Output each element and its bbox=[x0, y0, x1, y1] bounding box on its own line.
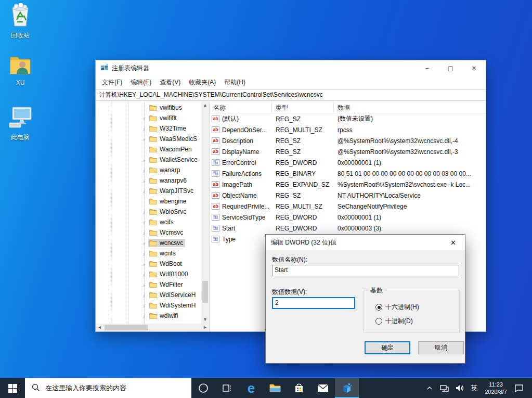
tree-vertical-scrollbar[interactable]: ▲ ▼ bbox=[201, 101, 209, 324]
regedit-titlebar[interactable]: 注册表编辑器 – ▢ ✕ bbox=[96, 60, 486, 76]
expand-chevron-icon[interactable]: › bbox=[140, 281, 148, 289]
maximize-button[interactable]: ▢ bbox=[439, 60, 462, 76]
tree-item-wcifs[interactable]: ›wcifs bbox=[96, 217, 201, 228]
tree-item-wcmsvc[interactable]: ›Wcmsvc bbox=[96, 228, 201, 238]
store-button[interactable] bbox=[287, 378, 311, 398]
close-button[interactable]: ✕ bbox=[462, 60, 486, 76]
scroll-right-arrow[interactable]: ► bbox=[201, 324, 209, 331]
tree-item-vwifibus[interactable]: vwifibus bbox=[96, 103, 201, 113]
expand-chevron-icon[interactable]: › bbox=[140, 114, 148, 123]
tree-item-wdiserviceh[interactable]: ›WdiServiceH bbox=[96, 290, 201, 301]
column-header-name[interactable]: 名称 bbox=[210, 101, 272, 113]
value-row-displayname[interactable]: abDisplayNameREG_SZ@%SystemRoot%\system3… bbox=[210, 146, 486, 157]
desktop-icon-this-pc[interactable]: 此电脑 bbox=[1, 104, 40, 142]
expand-chevron-icon[interactable]: › bbox=[140, 291, 148, 300]
expand-chevron-icon[interactable]: › bbox=[140, 208, 148, 216]
folder-icon bbox=[149, 167, 157, 173]
value-data-input[interactable]: 2 bbox=[272, 297, 355, 309]
expand-chevron-icon[interactable]: › bbox=[140, 177, 148, 185]
column-header-data[interactable]: 数据 bbox=[334, 101, 486, 113]
regedit-taskbar-button[interactable] bbox=[335, 378, 359, 398]
tree-item-waasmedics[interactable]: ›WaaSMedicS bbox=[96, 134, 201, 145]
tree-horizontal-scrollbar[interactable]: ◄ ► bbox=[96, 324, 209, 331]
tree-item-wanarpv6[interactable]: ›wanarpv6 bbox=[96, 176, 201, 186]
expand-chevron-icon[interactable]: › bbox=[140, 219, 148, 227]
desktop-icon-recycle-bin[interactable]: 回收站 bbox=[1, 3, 40, 40]
menubar-item[interactable]: 查看(V) bbox=[155, 76, 185, 88]
tray-ime-indicator[interactable]: 英 bbox=[468, 378, 481, 398]
tree-item-w32time[interactable]: ›W32Time bbox=[96, 124, 201, 134]
value-row-start[interactable]: 011 110StartREG_DWORD0x00000003 (3) bbox=[210, 223, 486, 234]
tree-item-wanarp[interactable]: ›wanarp bbox=[96, 165, 201, 176]
expand-chevron-icon[interactable]: › bbox=[140, 239, 148, 248]
tray-clock[interactable]: 11:23 2020/8/7 bbox=[481, 381, 511, 395]
tree-item-vwififlt[interactable]: ›vwififlt bbox=[96, 113, 201, 124]
tree-item-wcnfs[interactable]: ›wcnfs bbox=[96, 249, 201, 259]
tree-item-wcncsvc[interactable]: ›wcncsvc bbox=[96, 238, 201, 249]
value-row-requiredprivile-[interactable]: abRequiredPrivile...REG_MULTI_SZSeChange… bbox=[210, 201, 486, 212]
menubar-item[interactable]: 编辑(E) bbox=[126, 76, 155, 88]
menubar-item[interactable]: 帮助(H) bbox=[220, 76, 250, 88]
tree-item-wdiwifi[interactable]: ›wdiwifi bbox=[96, 311, 201, 322]
cortana-button[interactable] bbox=[191, 378, 215, 398]
mail-button[interactable] bbox=[311, 378, 335, 398]
ok-button[interactable]: 确定 bbox=[365, 341, 410, 354]
column-header-type[interactable]: 类型 bbox=[272, 101, 334, 113]
expand-chevron-icon[interactable]: › bbox=[140, 312, 148, 320]
cancel-button[interactable]: 取消 bbox=[418, 341, 464, 354]
expand-chevron-icon[interactable]: › bbox=[140, 135, 148, 144]
scroll-thumb[interactable] bbox=[105, 325, 148, 330]
dialog-close-icon[interactable]: ✕ bbox=[442, 235, 465, 250]
task-view-button[interactable] bbox=[215, 378, 239, 398]
menubar-item[interactable]: 文件(F) bbox=[98, 76, 126, 88]
expand-chevron-icon[interactable]: › bbox=[140, 187, 148, 196]
value-row-servicesidtype[interactable]: 011 110ServiceSidTypeREG_DWORD0x00000001… bbox=[210, 212, 486, 223]
tree-item-wbiosrvc[interactable]: ›WbioSrvc bbox=[96, 207, 201, 217]
start-button[interactable] bbox=[0, 378, 25, 398]
file-explorer-button[interactable] bbox=[263, 378, 287, 398]
tray-chevron-up-icon[interactable] bbox=[423, 378, 436, 398]
tree-item-wdisystemh[interactable]: ›WdiSystemH bbox=[96, 301, 201, 311]
scroll-down-arrow[interactable]: ▼ bbox=[201, 316, 209, 324]
registry-tree: vwifibus›vwififlt›W32Time›WaaSMedicSWaco… bbox=[96, 101, 210, 331]
value-row-dependonser-[interactable]: abDependOnSer...REG_MULTI_SZrpcss bbox=[210, 124, 486, 135]
value-row-failureactions[interactable]: 011 110FailureActionsREG_BINARY80 51 01 … bbox=[210, 168, 486, 179]
value-row-imagepath[interactable]: abImagePathREG_EXPAND_SZ%SystemRoot%\Sys… bbox=[210, 179, 486, 190]
dialog-titlebar[interactable]: 编辑 DWORD (32 位)值 ✕ bbox=[266, 235, 465, 250]
tree-item-wdf01000[interactable]: ›Wdf01000 bbox=[96, 269, 201, 280]
value-row-errorcontrol[interactable]: 011 110ErrorControlREG_DWORD0x00000001 (… bbox=[210, 157, 486, 168]
value-row-description[interactable]: abDescriptionREG_SZ@%SystemRoot%\system3… bbox=[210, 135, 486, 146]
value-name: Type bbox=[222, 236, 236, 243]
scroll-up-arrow[interactable]: ▲ bbox=[201, 101, 209, 109]
desktop-icon-user-folder[interactable]: XU bbox=[1, 53, 40, 86]
action-center-icon[interactable] bbox=[511, 378, 527, 398]
radio-decimal[interactable]: 十进制(D) bbox=[375, 317, 413, 326]
edge-button[interactable]: e bbox=[239, 378, 263, 398]
folder-icon bbox=[149, 261, 157, 267]
value-row-(-[interactable]: ab(默认)REG_SZ(数值未设置) bbox=[210, 113, 486, 124]
taskbar-search-input[interactable]: 在这里输入你要搜索的内容 bbox=[25, 378, 191, 398]
value-row-objectname[interactable]: abObjectNameREG_SZNT AUTHORITY\LocalServ… bbox=[210, 190, 486, 201]
tree-item-walletservice[interactable]: ›WalletService bbox=[96, 155, 201, 165]
menubar-item[interactable]: 收藏夹(A) bbox=[185, 76, 220, 88]
address-bar[interactable]: 计算机\HKEY_LOCAL_MACHINE\SYSTEM\CurrentCon… bbox=[96, 89, 486, 101]
expand-chevron-icon[interactable]: › bbox=[140, 156, 148, 164]
scroll-left-arrow[interactable]: ◄ bbox=[96, 324, 103, 331]
expand-chevron-icon[interactable]: › bbox=[140, 271, 148, 279]
minimize-button[interactable]: – bbox=[416, 60, 439, 76]
tree-item-wdboot[interactable]: ›WdBoot bbox=[96, 259, 201, 269]
expand-chevron-icon[interactable]: › bbox=[140, 229, 148, 237]
expand-chevron-icon[interactable]: › bbox=[140, 125, 148, 133]
expand-chevron-icon[interactable]: › bbox=[140, 250, 148, 258]
tray-volume-icon[interactable] bbox=[452, 378, 468, 398]
tree-item-warpjitsvc[interactable]: ›WarpJITSvc bbox=[96, 186, 201, 197]
expand-chevron-icon[interactable]: › bbox=[140, 260, 148, 268]
scroll-thumb[interactable] bbox=[202, 281, 208, 303]
expand-chevron-icon[interactable]: › bbox=[140, 166, 148, 175]
tree-item-wacompen[interactable]: WacomPen bbox=[96, 145, 201, 155]
expand-chevron-icon[interactable]: › bbox=[140, 302, 148, 310]
tray-network-icon[interactable] bbox=[436, 378, 452, 398]
tree-item-wbengine[interactable]: wbengine bbox=[96, 197, 201, 207]
radio-hexadecimal[interactable]: 十六进制(H) bbox=[375, 303, 419, 312]
tree-item-wdfilter[interactable]: ›WdFilter bbox=[96, 280, 201, 290]
